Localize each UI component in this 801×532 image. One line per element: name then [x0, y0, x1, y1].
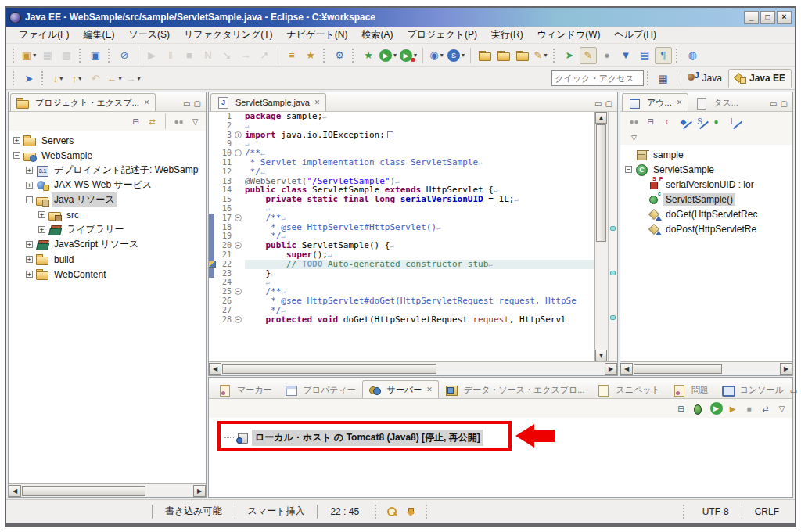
code-line-23[interactable]: 23 }↵: [209, 269, 594, 279]
scroll-down-icon[interactable]: ▼: [595, 350, 607, 361]
publish-server-button[interactable]: ⇄: [758, 401, 773, 416]
maximize-view-icon[interactable]: ▢: [605, 99, 612, 108]
menu-ナビゲート(N)[interactable]: ナビゲート(N): [281, 27, 354, 43]
fold-minus-icon[interactable]: −: [234, 241, 245, 250]
title-bar[interactable]: Java EE - WebSample/src/sample/ServletSa…: [6, 8, 795, 27]
stop-server-button[interactable]: ■: [742, 401, 756, 416]
scroll-right-icon[interactable]: ▶: [193, 485, 206, 497]
maximize-view-icon[interactable]: ▢: [781, 99, 788, 108]
tab--[interactable]: 問題: [666, 380, 715, 398]
hide-static-button[interactable]: S: [692, 114, 707, 129]
hide-non-public-button[interactable]: ●: [709, 114, 724, 129]
code-line-24[interactable]: 24 ↵: [209, 278, 594, 287]
code-line-28[interactable]: 28− protected void doGet(HttpServletRequ…: [209, 315, 594, 325]
code-line-14[interactable]: 14public class ServletSample extends Htt…: [209, 185, 594, 195]
tab-outline[interactable]: アウ... ✕: [622, 93, 688, 111]
external-launch-button[interactable]: ➤: [20, 70, 38, 87]
menu-ウィンドウ(W)[interactable]: ウィンドウ(W): [531, 27, 607, 43]
sort-button[interactable]: ↕: [659, 114, 674, 129]
code-line-19[interactable]: 19 */↵: [209, 232, 594, 241]
last-edit-location-button[interactable]: ↓▾: [49, 70, 66, 87]
tab-tasks[interactable]: タス...: [688, 93, 745, 111]
tree-item-build[interactable]: +build: [9, 252, 206, 267]
collapse-all-button[interactable]: ⊟: [128, 114, 143, 129]
tree-item-doget-httpservletrec[interactable]: doGet(HttpServletRec: [620, 207, 792, 221]
new-servlet-monitor-button[interactable]: ▣: [87, 47, 104, 64]
tab--[interactable]: マーカー: [212, 380, 278, 398]
code-line-11[interactable]: 11 * Servlet implementation class Servle…: [209, 158, 594, 167]
menu-実行(R)[interactable]: 実行(R): [485, 27, 530, 43]
tree-item--websamp[interactable]: +デプロイメント記述子: WebSamp: [9, 163, 206, 178]
horizontal-scrollbar[interactable]: ◀ ▶: [9, 483, 206, 497]
tab--[interactable]: コンソール: [715, 380, 790, 398]
code-line-2[interactable]: 2↵: [209, 121, 594, 131]
step-return-button[interactable]: ↗: [256, 47, 273, 64]
overview-ruler[interactable]: [608, 112, 617, 361]
fold-minus-icon[interactable]: −: [234, 315, 245, 325]
minimize-view-icon[interactable]: ▭: [770, 99, 777, 108]
save-button[interactable]: ▦: [39, 47, 56, 64]
tab--[interactable]: サーバー✕: [362, 380, 439, 398]
tab--[interactable]: データ・ソース・エクスプロ...: [439, 380, 591, 398]
tree-item--[interactable]: +ライブラリー: [9, 222, 206, 237]
tree-item-webcontent[interactable]: +WebContent: [9, 267, 206, 282]
open-web-browser-button[interactable]: ◍: [684, 47, 701, 64]
code-line-25[interactable]: 25− /**↵: [209, 287, 594, 297]
scroll-left-icon[interactable]: ◀: [620, 363, 633, 375]
tab-project-explorer[interactable]: プロジェクト・エクスプ... ✕: [10, 93, 156, 111]
menu-プロジェクト(P)[interactable]: プロジェクト(P): [400, 27, 483, 43]
scrollbar-thumb[interactable]: [596, 124, 606, 242]
debug-button[interactable]: ▶▾: [399, 47, 418, 64]
expand-icon[interactable]: +: [38, 226, 45, 233]
minimize-view-icon[interactable]: ▭: [594, 99, 602, 108]
back-disabled-button[interactable]: ↶: [87, 70, 104, 87]
server-row[interactable]: ローカル・ホスト の Tomcat8 (Java8) [停止, 再公開]: [224, 429, 483, 446]
annotate-pen-button[interactable]: ✎▾: [532, 47, 549, 64]
fold-minus-icon[interactable]: −: [234, 214, 245, 223]
code-line-15[interactable]: 15 private static final long serialVersi…: [209, 195, 594, 204]
tab--[interactable]: スニペット: [591, 380, 666, 398]
scrollbar-thumb[interactable]: [22, 486, 145, 496]
code-line-17[interactable]: 17− /**↵: [209, 214, 594, 223]
run-history-button[interactable]: ≡: [283, 47, 300, 64]
fold-plus-icon[interactable]: +: [234, 131, 245, 140]
perspective-javaee-button[interactable]: Java EE: [728, 69, 792, 88]
code-line-27[interactable]: 27 */↵: [209, 306, 594, 315]
new-web-service-button[interactable]: ◉▾: [428, 47, 445, 64]
tab--[interactable]: プロパティー: [278, 380, 362, 398]
view-menu-button[interactable]: ●●: [171, 114, 186, 129]
tree-item-java-[interactable]: −Java リソース: [9, 192, 206, 207]
code-line-1[interactable]: 1package sample;↵: [209, 112, 594, 121]
code-line-22[interactable]: 22 // TODO Auto-generated constructor st…: [209, 260, 594, 269]
menu-ヘルプ(H)[interactable]: ヘルプ(H): [608, 27, 663, 43]
fold-minus-icon[interactable]: −: [234, 149, 245, 158]
maximize-view-icon[interactable]: ▢: [194, 99, 201, 108]
vertical-scrollbar[interactable]: ▲ ▼: [594, 112, 608, 361]
tree-item-dopost-httpservletre[interactable]: doPost(HttpServletRe: [620, 221, 792, 236]
close-icon[interactable]: ✕: [314, 99, 321, 106]
code-line-26[interactable]: 26 * @see HttpServlet#doGet(HttpServletR…: [209, 297, 594, 306]
tree-item-servletsample[interactable]: −ServletSample: [620, 162, 792, 177]
maximize-button[interactable]: □: [760, 11, 775, 24]
menu-編集(E)[interactable]: 編集(E): [77, 27, 120, 43]
menu-検索(A)[interactable]: 検索(A): [355, 27, 399, 43]
collapse-all-button[interactable]: ⊟: [673, 401, 688, 416]
next-annotation-button[interactable]: ▼: [617, 47, 634, 64]
outline-view-menu-icon[interactable]: ▽: [627, 131, 641, 146]
terminate-button[interactable]: ■: [181, 47, 198, 64]
code-line-16[interactable]: 16 ↵: [209, 204, 594, 214]
new-sparkle-button[interactable]: ★: [360, 47, 377, 64]
menu-リファクタリング(T)[interactable]: リファクタリング(T): [178, 27, 279, 43]
close-icon[interactable]: ✕: [144, 99, 150, 106]
scroll-up-icon[interactable]: ▲: [595, 112, 607, 124]
scroll-left-icon[interactable]: ◀: [9, 485, 21, 497]
expand-icon[interactable]: +: [26, 182, 33, 189]
collapse-icon[interactable]: −: [26, 196, 33, 203]
occurrence-mark-icon[interactable]: [610, 226, 616, 231]
back-button[interactable]: ←▾: [106, 70, 123, 87]
scrollbar-thumb[interactable]: [634, 364, 722, 374]
save-all-button[interactable]: ▩: [58, 47, 75, 64]
expand-icon[interactable]: +: [13, 137, 20, 144]
code-editor[interactable]: 1package sample;↵2↵3+import java.io.IOEx…: [209, 112, 594, 361]
link-with-editor-button[interactable]: ⇄: [145, 114, 160, 129]
